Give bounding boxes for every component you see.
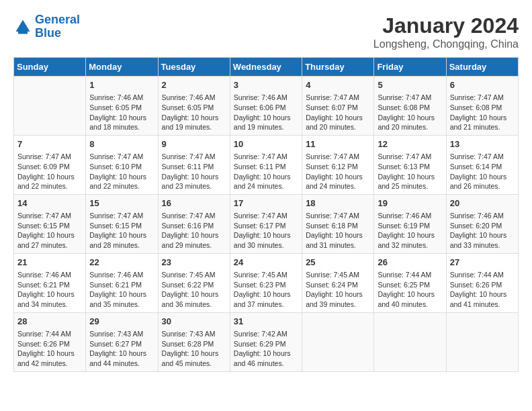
day-number: 11 [306,138,370,150]
daylight-text: Daylight: 10 hours and 35 minutes. [89,289,154,309]
calendar-cell: 29Sunrise: 7:43 AMSunset: 6:27 PMDayligh… [86,312,158,371]
calendar-cell: 9Sunrise: 7:47 AMSunset: 6:11 PMDaylight… [158,135,230,194]
calendar-cell: 27Sunrise: 7:44 AMSunset: 6:26 PMDayligh… [446,253,518,312]
calendar-cell: 14Sunrise: 7:47 AMSunset: 6:15 PMDayligh… [14,194,86,253]
day-number: 9 [162,138,226,150]
sunset-text: Sunset: 6:27 PM [89,339,154,349]
sunset-text: Sunset: 6:13 PM [378,162,442,172]
daylight-text: Daylight: 10 hours and 19 minutes. [234,113,298,132]
daylight-text: Daylight: 10 hours and 21 minutes. [450,113,515,132]
day-number: 16 [162,197,226,210]
sunrise-text: Sunrise: 7:47 AM [306,152,370,162]
daylight-text: Daylight: 10 hours and 46 minutes. [234,349,298,368]
calendar-cell [302,312,374,371]
sunrise-text: Sunrise: 7:47 AM [306,93,370,103]
sunset-text: Sunset: 6:09 PM [17,162,82,172]
calendar-cell: 12Sunrise: 7:47 AMSunset: 6:13 PMDayligh… [374,135,446,194]
calendar-cell: 19Sunrise: 7:46 AMSunset: 6:19 PMDayligh… [374,194,446,253]
calendar-cell [374,312,446,371]
calendar-cell: 5Sunrise: 7:47 AMSunset: 6:08 PMDaylight… [374,77,446,136]
calendar-cell: 28Sunrise: 7:44 AMSunset: 6:26 PMDayligh… [14,312,86,371]
calendar-cell: 30Sunrise: 7:43 AMSunset: 6:28 PMDayligh… [158,312,230,371]
header: General Blue January 2024 Longsheng, Cho… [13,13,519,50]
daylight-text: Daylight: 10 hours and 44 minutes. [89,349,154,368]
sunrise-text: Sunrise: 7:47 AM [450,152,515,162]
sunset-text: Sunset: 6:15 PM [89,221,154,231]
day-number: 12 [378,138,442,150]
day-header: Monday [86,58,158,77]
day-number: 3 [234,79,298,91]
sunset-text: Sunset: 6:29 PM [234,339,298,349]
sunset-text: Sunset: 6:16 PM [162,221,226,231]
day-number: 7 [17,138,82,150]
logo: General Blue [13,13,80,40]
day-number: 1 [89,79,154,91]
calendar-cell: 13Sunrise: 7:47 AMSunset: 6:14 PMDayligh… [446,135,518,194]
daylight-text: Daylight: 10 hours and 28 minutes. [89,230,154,250]
day-number: 31 [234,316,298,328]
daylight-text: Daylight: 10 hours and 22 minutes. [17,172,82,191]
calendar-cell: 18Sunrise: 7:47 AMSunset: 6:18 PMDayligh… [302,194,374,253]
daylight-text: Daylight: 10 hours and 18 minutes. [89,113,154,132]
main-title: January 2024 [373,13,519,38]
daylight-text: Daylight: 10 hours and 20 minutes. [306,113,370,132]
daylight-text: Daylight: 10 hours and 19 minutes. [162,113,226,132]
day-number: 20 [450,197,515,210]
daylight-text: Daylight: 10 hours and 39 minutes. [306,289,370,309]
calendar-cell: 22Sunrise: 7:46 AMSunset: 6:21 PMDayligh… [86,253,158,312]
sunset-text: Sunset: 6:06 PM [234,103,298,113]
sunrise-text: Sunrise: 7:47 AM [89,211,154,221]
sunrise-text: Sunrise: 7:47 AM [89,152,154,162]
sunrise-text: Sunrise: 7:45 AM [162,270,226,280]
sunrise-text: Sunrise: 7:46 AM [378,211,442,221]
sunset-text: Sunset: 6:11 PM [162,162,226,172]
day-number: 14 [17,197,82,210]
day-number: 5 [378,79,442,91]
sunset-text: Sunset: 6:25 PM [378,280,442,290]
sunrise-text: Sunrise: 7:46 AM [234,93,298,103]
day-header: Friday [374,58,446,77]
sunrise-text: Sunrise: 7:47 AM [450,93,515,103]
sunrise-text: Sunrise: 7:45 AM [234,270,298,280]
sunset-text: Sunset: 6:07 PM [306,103,370,113]
calendar-cell: 8Sunrise: 7:47 AMSunset: 6:10 PMDaylight… [86,135,158,194]
calendar-cell: 3Sunrise: 7:46 AMSunset: 6:06 PMDaylight… [230,77,302,136]
sunrise-text: Sunrise: 7:47 AM [162,152,226,162]
day-number: 13 [450,138,515,150]
calendar-week-row: 1Sunrise: 7:46 AMSunset: 6:05 PMDaylight… [14,77,519,136]
day-number: 8 [89,138,154,150]
sunrise-text: Sunrise: 7:46 AM [89,270,154,280]
daylight-text: Daylight: 10 hours and 45 minutes. [162,349,226,368]
day-number: 17 [234,197,298,210]
daylight-text: Daylight: 10 hours and 27 minutes. [17,230,82,250]
day-number: 28 [17,316,82,328]
svg-rect-1 [18,32,28,34]
day-header: Sunday [14,58,86,77]
sunset-text: Sunset: 6:20 PM [450,221,515,231]
sunrise-text: Sunrise: 7:42 AM [234,329,298,339]
sunrise-text: Sunrise: 7:43 AM [162,329,226,339]
daylight-text: Daylight: 10 hours and 33 minutes. [450,230,515,250]
sunset-text: Sunset: 6:19 PM [378,221,442,231]
title-section: January 2024 Longsheng, Chongqing, China [373,13,519,50]
calendar-cell: 20Sunrise: 7:46 AMSunset: 6:20 PMDayligh… [446,194,518,253]
calendar-week-row: 21Sunrise: 7:46 AMSunset: 6:21 PMDayligh… [14,253,519,312]
day-number: 10 [234,138,298,150]
daylight-text: Daylight: 10 hours and 26 minutes. [450,172,515,191]
daylight-text: Daylight: 10 hours and 29 minutes. [162,230,226,250]
day-number: 26 [378,257,442,269]
daylight-text: Daylight: 10 hours and 24 minutes. [306,172,370,191]
day-number: 19 [378,197,442,210]
calendar-cell: 4Sunrise: 7:47 AMSunset: 6:07 PMDaylight… [302,77,374,136]
sunrise-text: Sunrise: 7:46 AM [162,93,226,103]
day-number: 6 [450,79,515,91]
daylight-text: Daylight: 10 hours and 31 minutes. [306,230,370,250]
calendar-cell: 1Sunrise: 7:46 AMSunset: 6:05 PMDaylight… [86,77,158,136]
sunset-text: Sunset: 6:18 PM [306,221,370,231]
sunset-text: Sunset: 6:14 PM [450,162,515,172]
daylight-text: Daylight: 10 hours and 41 minutes. [450,289,515,309]
calendar-cell: 16Sunrise: 7:47 AMSunset: 6:16 PMDayligh… [158,194,230,253]
daylight-text: Daylight: 10 hours and 20 minutes. [378,113,442,132]
calendar-cell: 6Sunrise: 7:47 AMSunset: 6:08 PMDaylight… [446,77,518,136]
daylight-text: Daylight: 10 hours and 37 minutes. [234,289,298,309]
